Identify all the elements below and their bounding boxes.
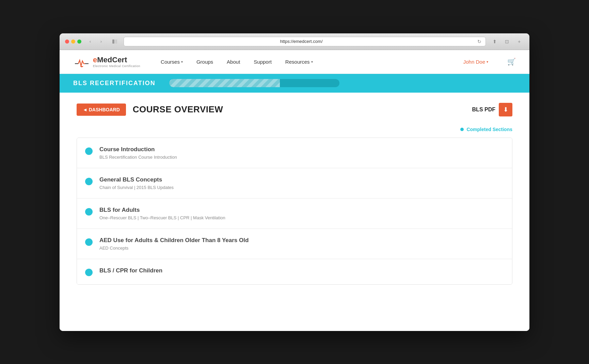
svg-rect-0 xyxy=(112,39,114,44)
download-icon: ⬇ xyxy=(503,106,508,113)
nav-resources[interactable]: Resources ▾ xyxy=(285,59,313,65)
bls-pdf-label: BLS PDF xyxy=(472,107,495,113)
course-item-title-1: Course Introduction xyxy=(99,146,504,153)
browser-nav-buttons: ‹ › xyxy=(85,37,106,46)
course-item-3[interactable]: BLS for Adults One–Rescuer BLS | Two–Res… xyxy=(77,199,512,229)
cart-icon[interactable]: 🛒 xyxy=(507,58,516,66)
course-info-5: BLS / CPR for Children xyxy=(99,267,504,276)
course-item-subtitle-4: AED Concepts xyxy=(99,246,504,251)
dashboard-button[interactable]: ◄ DASHBOARD xyxy=(77,104,126,116)
user-dropdown-arrow: ▾ xyxy=(487,60,488,64)
maximize-dot[interactable] xyxy=(77,39,81,44)
course-indicator-2 xyxy=(85,178,93,185)
course-indicator-3 xyxy=(85,208,93,216)
course-item-subtitle-3: One–Rescuer BLS | Two–Rescuer BLS | CPR … xyxy=(99,215,504,220)
course-overview-title: COURSE OVERVIEW xyxy=(133,104,223,115)
course-item-subtitle-1: BLS Recertification Course Introduction xyxy=(99,155,504,160)
course-item-title-3: BLS for Adults xyxy=(99,207,504,213)
course-item-title-5: BLS / CPR for Children xyxy=(99,267,504,274)
website-content: eMedCert Electronic Medical Certificatio… xyxy=(60,50,529,331)
forward-button[interactable]: › xyxy=(96,37,106,46)
site-navigation: eMedCert Electronic Medical Certificatio… xyxy=(60,50,529,74)
resources-dropdown-arrow: ▾ xyxy=(311,60,313,64)
close-dot[interactable] xyxy=(65,39,69,44)
nav-groups[interactable]: Groups xyxy=(196,59,213,65)
course-item-title-2: General BLS Concepts xyxy=(99,176,504,183)
bls-pdf-section: BLS PDF ⬇ xyxy=(472,103,512,116)
course-info-2: General BLS Concepts Chain of Survival |… xyxy=(99,176,504,190)
new-tab-button[interactable]: + xyxy=(514,37,524,46)
nav-about[interactable]: About xyxy=(227,59,240,65)
completed-legend: Completed Sections xyxy=(77,127,512,132)
nav-courses[interactable]: Courses ▾ xyxy=(161,59,183,65)
user-menu[interactable]: John Doe ▾ xyxy=(463,59,488,65)
course-item-2[interactable]: General BLS Concepts Chain of Survival |… xyxy=(77,168,512,199)
course-info-1: Course Introduction BLS Recertification … xyxy=(99,146,504,160)
fullscreen-button[interactable]: ⊡ xyxy=(502,37,512,46)
nav-links: Courses ▾ Groups About Support Resources… xyxy=(161,58,516,66)
progress-banner: BLS RECERTIFICATION xyxy=(60,74,529,93)
browser-dots xyxy=(65,39,81,44)
back-button[interactable]: ‹ xyxy=(85,37,95,46)
main-content: ◄ DASHBOARD COURSE OVERVIEW BLS PDF ⬇ Co… xyxy=(60,93,529,331)
url-text: https://emedcert.com/ xyxy=(128,39,475,44)
progress-bar-container xyxy=(169,79,339,87)
site-logo[interactable]: eMedCert Electronic Medical Certificatio… xyxy=(73,54,140,69)
course-header-row: ◄ DASHBOARD COURSE OVERVIEW BLS PDF ⬇ xyxy=(77,103,512,116)
logo-text-group: eMedCert Electronic Medical Certificatio… xyxy=(93,56,140,68)
browser-titlebar: ‹ › https://emedcert.com/ ↻ ⬆ ⊡ + xyxy=(60,33,529,50)
completed-sections-text: Completed Sections xyxy=(466,127,512,132)
course-item-subtitle-2: Chain of Survival | 2015 BLS Updates xyxy=(99,185,504,190)
courses-dropdown-arrow: ▾ xyxy=(181,60,183,64)
banner-title: BLS RECERTIFICATION xyxy=(73,80,156,87)
browser-window: ‹ › https://emedcert.com/ ↻ ⬆ ⊡ + xyxy=(60,33,529,331)
logo-main-text: eMedCert xyxy=(93,56,140,64)
course-item-title-4: AED Use for Adults & Children Older Than… xyxy=(99,237,504,244)
completed-dot-indicator xyxy=(460,128,464,131)
course-info-4: AED Use for Adults & Children Older Than… xyxy=(99,237,504,251)
course-info-3: BLS for Adults One–Rescuer BLS | Two–Res… xyxy=(99,207,504,220)
course-item-4[interactable]: AED Use for Adults & Children Older Than… xyxy=(77,229,512,259)
course-item-1[interactable]: Course Introduction BLS Recertification … xyxy=(77,138,512,168)
course-item-5[interactable]: BLS / CPR for Children xyxy=(77,259,512,284)
logo-sub-text: Electronic Medical Certification xyxy=(93,64,140,68)
course-list: Course Introduction BLS Recertification … xyxy=(77,138,512,285)
course-indicator-4 xyxy=(85,238,93,246)
logo-icon xyxy=(73,54,90,69)
bls-pdf-download-button[interactable]: ⬇ xyxy=(499,103,512,116)
svg-rect-1 xyxy=(115,39,117,44)
course-indicator-5 xyxy=(85,269,93,276)
refresh-icon[interactable]: ↻ xyxy=(477,39,481,44)
nav-support[interactable]: Support xyxy=(254,59,272,65)
sidebar-toggle-button[interactable] xyxy=(110,37,120,46)
address-bar[interactable]: https://emedcert.com/ ↻ xyxy=(124,37,486,46)
progress-bar-fill xyxy=(169,79,280,87)
minimize-dot[interactable] xyxy=(71,39,75,44)
course-indicator-1 xyxy=(85,147,93,155)
share-button[interactable]: ⬆ xyxy=(490,37,499,46)
browser-action-buttons: ⬆ ⊡ + xyxy=(490,37,524,46)
